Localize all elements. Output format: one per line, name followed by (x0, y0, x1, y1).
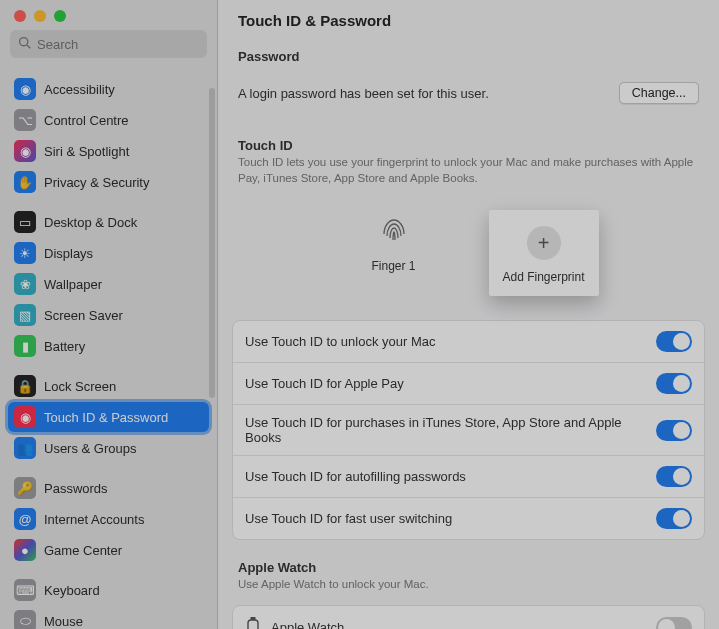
page-title: Touch ID & Password (218, 0, 719, 43)
sidebar-item-battery[interactable]: ▮Battery (8, 331, 209, 361)
add-fingerprint-label: Add Fingerprint (502, 270, 584, 284)
svg-rect-2 (248, 620, 258, 629)
sidebar-item-lock-screen[interactable]: 🔒Lock Screen (8, 371, 209, 401)
touchid-desc: Touch ID lets you use your fingerprint t… (238, 155, 699, 186)
applewatch-toggle[interactable] (656, 617, 692, 629)
sidebar-item-label: Users & Groups (44, 441, 136, 456)
sidebar-item-internet-accounts[interactable]: @Internet Accounts (8, 504, 209, 534)
toggle-row: Use Touch ID to unlock your Mac (233, 321, 704, 362)
toggle-switch[interactable] (656, 508, 692, 529)
fingerprint-icon (376, 210, 412, 249)
svg-point-0 (20, 38, 28, 46)
fingerprint-label: Finger 1 (371, 259, 415, 273)
sidebar-item-label: Battery (44, 339, 85, 354)
sidebar-search[interactable] (10, 30, 207, 58)
sidebar-item-label: Accessibility (44, 82, 115, 97)
svg-line-1 (27, 45, 30, 48)
sidebar-item-label: Wallpaper (44, 277, 102, 292)
battery-icon: ▮ (14, 335, 36, 357)
toggle-label: Use Touch ID for purchases in iTunes Sto… (245, 415, 644, 445)
sidebar-item-desktop-dock[interactable]: ▭Desktop & Dock (8, 207, 209, 237)
password-heading: Password (238, 49, 699, 64)
sidebar-item-label: Lock Screen (44, 379, 116, 394)
sidebar-item-label: Touch ID & Password (44, 410, 168, 425)
sidebar-scrollbar[interactable] (209, 88, 215, 398)
applewatch-desc: Use Apple Watch to unlock your Mac. (238, 577, 699, 593)
minimize-window-button[interactable] (34, 10, 46, 22)
touchid-heading: Touch ID (238, 138, 699, 153)
add-fingerprint-button[interactable]: + Add Fingerprint (489, 210, 599, 296)
fingerprint-finger-1[interactable]: Finger 1 (339, 210, 449, 296)
touchid-toggle-list: Use Touch ID to unlock your MacUse Touch… (232, 320, 705, 540)
gamecenter-icon: ● (14, 539, 36, 561)
sidebar-item-siri-spotlight[interactable]: ◉Siri & Spotlight (8, 136, 209, 166)
toggle-label: Use Touch ID to unlock your Mac (245, 334, 644, 349)
sidebar-item-accessibility[interactable]: ◉Accessibility (8, 74, 209, 104)
applewatch-heading: Apple Watch (238, 560, 699, 575)
search-icon (18, 35, 31, 53)
toggle-label: Use Touch ID for autofilling passwords (245, 469, 644, 484)
sidebar-item-label: Control Centre (44, 113, 129, 128)
toggle-row: Use Touch ID for Apple Pay (233, 362, 704, 404)
sidebar-item-label: Displays (44, 246, 93, 261)
sidebar-item-label: Screen Saver (44, 308, 123, 323)
sidebar-item-touch-id-password[interactable]: ◉Touch ID & Password (8, 402, 209, 432)
siri-icon: ◉ (14, 140, 36, 162)
content-pane[interactable]: Touch ID & Password Password A login pas… (218, 0, 719, 629)
sidebar-item-mouse[interactable]: ⬭Mouse (8, 606, 209, 629)
sidebar-item-label: Game Center (44, 543, 122, 558)
toggle-label: Use Touch ID for Apple Pay (245, 376, 644, 391)
sidebar-item-label: Internet Accounts (44, 512, 144, 527)
users-groups-icon: 👥 (14, 437, 36, 459)
toggle-switch[interactable] (656, 331, 692, 352)
applewatch-row-label: Apple Watch (271, 620, 646, 629)
sidebar-item-label: Mouse (44, 614, 83, 629)
internet-accounts-icon: @ (14, 508, 36, 530)
sidebar-item-wallpaper[interactable]: ❀Wallpaper (8, 269, 209, 299)
sidebar-item-label: Passwords (44, 481, 108, 496)
zoom-window-button[interactable] (54, 10, 66, 22)
sidebar-item-label: Privacy & Security (44, 175, 149, 190)
sidebar-item-passwords[interactable]: 🔑Passwords (8, 473, 209, 503)
toggle-row: Use Touch ID for purchases in iTunes Sto… (233, 404, 704, 455)
toggle-switch[interactable] (656, 373, 692, 394)
sidebar-item-label: Siri & Spotlight (44, 144, 129, 159)
keyboard-icon: ⌨ (14, 579, 36, 601)
sidebar-item-keyboard[interactable]: ⌨Keyboard (8, 575, 209, 605)
displays-icon: ☀ (14, 242, 36, 264)
sidebar-item-users-groups[interactable]: 👥Users & Groups (8, 433, 209, 463)
sidebar-item-game-center[interactable]: ●Game Center (8, 535, 209, 565)
toggle-label: Use Touch ID for fast user switching (245, 511, 644, 526)
sidebar-item-label: Keyboard (44, 583, 100, 598)
window-controls (0, 0, 217, 30)
accessibility-icon: ◉ (14, 78, 36, 100)
plus-icon: + (527, 226, 561, 260)
toggle-switch[interactable] (656, 420, 692, 441)
search-input[interactable] (37, 37, 199, 52)
mouse-icon: ⬭ (14, 610, 36, 629)
sidebar-list[interactable]: ◉Accessibility⌥Control Centre◉Siri & Spo… (0, 64, 217, 629)
password-desc: A login password has been set for this u… (238, 86, 489, 101)
toggle-row: Use Touch ID for fast user switching (233, 497, 704, 539)
touchid-icon: ◉ (14, 406, 36, 428)
passwords-icon: 🔑 (14, 477, 36, 499)
close-window-button[interactable] (14, 10, 26, 22)
sidebar-item-label: Desktop & Dock (44, 215, 137, 230)
applewatch-icon (245, 616, 261, 629)
sidebar-item-screen-saver[interactable]: ▧Screen Saver (8, 300, 209, 330)
svg-rect-3 (251, 617, 256, 620)
lockscreen-icon: 🔒 (14, 375, 36, 397)
sidebar-item-privacy-security[interactable]: ✋Privacy & Security (8, 167, 209, 197)
wallpaper-icon: ❀ (14, 273, 36, 295)
toggle-switch[interactable] (656, 466, 692, 487)
toggle-row: Use Touch ID for autofilling passwords (233, 455, 704, 497)
change-password-button[interactable]: Change... (619, 82, 699, 104)
desktop-dock-icon: ▭ (14, 211, 36, 233)
control-centre-icon: ⌥ (14, 109, 36, 131)
sidebar-item-control-centre[interactable]: ⌥Control Centre (8, 105, 209, 135)
screensaver-icon: ▧ (14, 304, 36, 326)
sidebar-item-displays[interactable]: ☀Displays (8, 238, 209, 268)
privacy-icon: ✋ (14, 171, 36, 193)
